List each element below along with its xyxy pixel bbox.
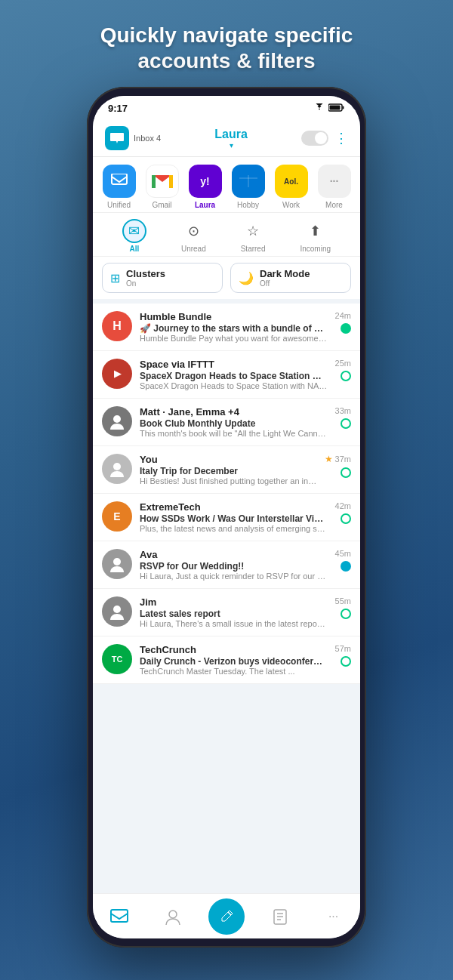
email-body-techcrunch: TechCrunch Daily Crunch - Verizon buys v… [140,644,328,676]
email-meta-ava: 45m [335,549,351,572]
email-item-humble-bundle[interactable]: H Humble Bundle 🚀 Journey to the stars w… [93,304,360,351]
nav-inbox[interactable] [100,898,138,935]
account-selector[interactable]: Laura ▾ [161,128,301,149]
email-body-matt: Matt · Jane, Emma +4 Book Club Monthly U… [140,406,328,438]
filter-all-icon: ✉ [122,219,146,243]
email-sender: ExtremeTech [140,501,201,513]
email-sender: Space via IFTTT [140,359,214,370]
filter-starred-icon: ☆ [241,219,265,243]
darkmode-text: Dark Mode Off [260,268,310,288]
email-sender: You [140,454,158,465]
dropdown-arrow: ▾ [161,141,301,149]
top-nav: Inbox 4 Laura ▾ ⋮ [93,120,360,157]
email-sender: Matt · Jane, Emma +4 [140,406,239,418]
svg-point-12 [169,911,177,918]
email-subject: Book Club Monthly Update [140,418,328,429]
email-item-techcrunch[interactable]: TC TechCrunch Daily Crunch - Verizon buy… [93,636,360,684]
account-label-unified: Unified [107,201,131,209]
email-meta-you: ★ 37m [325,454,351,478]
unread-dot [341,467,351,478]
account-item-unified[interactable]: Unified [99,165,139,209]
account-avatar-hobby [232,165,265,198]
account-label-gmail: Gmail [152,201,171,209]
svg-point-8 [113,463,121,470]
email-subject: RSVP for Our Wedding!! [140,561,328,572]
clusters-button[interactable]: ⊞ Clusters On [102,263,223,293]
clusters-title: Clusters [126,268,165,279]
filter-all[interactable]: ✉ All [122,219,146,253]
menu-button[interactable]: ⋮ [334,130,348,146]
email-meta-jim: 55m [335,596,351,619]
email-item-space[interactable]: ▶ Space via IFTTT SpaceX Dragon Heads to… [93,351,360,399]
email-time: 55m [335,596,351,606]
account-item-work[interactable]: Aol. Work [271,165,311,209]
filter-row: ✉ All ⊙ Unread ☆ Starred ⬆ Incoming [93,213,360,257]
email-time: 25m [335,359,351,368]
unread-dot [341,323,351,334]
account-item-yahoo[interactable]: y! Laura [185,165,225,209]
email-preview: SpaceX Dragon Heads to Space Station wit… [140,381,328,390]
account-label-more: More [325,201,343,209]
email-item-ava[interactable]: Ava RSVP for Our Wedding!! Hi Laura, Jus… [93,541,360,589]
account-avatar-gmail [146,165,179,198]
email-avatar-you [102,454,132,484]
svg-rect-1 [343,106,344,109]
status-bar: 9:17 [93,96,360,120]
email-item-you[interactable]: You Italy Trip for December Hi Besties! … [93,446,360,494]
inbox-label: Inbox 4 [134,134,161,143]
email-sender: Jim [140,596,156,608]
filter-unread-label: Unread [181,245,206,253]
filter-incoming-label: Incoming [300,245,331,253]
account-item-hobby[interactable]: Hobby [228,165,268,209]
email-item-jim[interactable]: Jim Latest sales report Hi Laura, There'… [93,589,360,636]
svg-rect-5 [169,175,173,188]
filter-starred[interactable]: ☆ Starred [241,219,266,253]
filter-unread[interactable]: ⊙ Unread [181,219,206,253]
filter-incoming[interactable]: ⬆ Incoming [300,219,331,253]
star-icon: ★ [325,454,333,464]
email-body-humble-bundle: Humble Bundle 🚀 Journey to the stars wit… [140,311,328,343]
svg-point-10 [113,606,121,613]
clusters-sub: On [126,279,165,288]
top-nav-left: Inbox 4 [105,126,161,150]
unread-dot [341,371,351,381]
email-item-extremetech[interactable]: E ExtremeTech How SSDs Work / Was Our In… [93,494,360,541]
unread-dot [341,561,351,572]
email-avatar-space: ▶ [102,359,132,389]
email-preview: Hi Laura, Just a quick reminder to RSVP … [140,572,328,581]
account-item-more[interactable]: ··· More [314,165,354,209]
account-name: Laura [161,128,301,141]
battery-icon [328,103,345,113]
phone-screen: 9:17 [93,96,360,938]
nav-contacts[interactable] [154,898,192,935]
email-preview: This month's book will be "All the Light… [140,429,328,438]
email-body-jim: Jim Latest sales report Hi Laura, There'… [140,596,328,628]
account-item-gmail[interactable]: Gmail [142,165,182,209]
svg-point-9 [113,558,121,566]
email-sender: Humble Bundle [140,311,211,322]
email-avatar-extremetech: E [102,501,132,532]
header-section: Quickly navigate specific accounts & fil… [0,0,453,88]
compose-button[interactable] [208,898,245,935]
nav-more[interactable]: ··· [315,898,353,935]
email-subject: Italy Trip for December [140,466,317,476]
nav-compose[interactable] [208,898,245,935]
accounts-row: Unified Gmail y! Laura [93,157,360,213]
email-preview: Plus, the latest news and analysis of em… [140,524,328,533]
unread-dot [341,418,351,429]
inbox-icon[interactable] [105,126,129,150]
nav-tasks[interactable] [261,898,299,935]
email-meta-space: 25m [335,359,351,381]
email-sender: Ava [140,549,157,560]
email-preview: Hi Laura, There's a small issue in the l… [140,619,328,628]
email-preview: TechCrunch Master Tuesday. The latest ..… [140,667,328,676]
email-item-matt[interactable]: Matt · Jane, Emma +4 Book Club Monthly U… [93,399,360,446]
bottom-nav: ··· [93,893,360,938]
darkmode-button[interactable]: 🌙 Dark Mode Off [230,263,351,293]
email-preview: Humble Bundle Pay what you want for awes… [140,334,328,343]
email-meta-extremetech: 42m [335,501,351,524]
wifi-icon [314,103,325,112]
account-avatar-unified [103,165,136,198]
toggle-switch[interactable] [301,131,328,146]
account-avatar-work: Aol. [275,165,308,198]
